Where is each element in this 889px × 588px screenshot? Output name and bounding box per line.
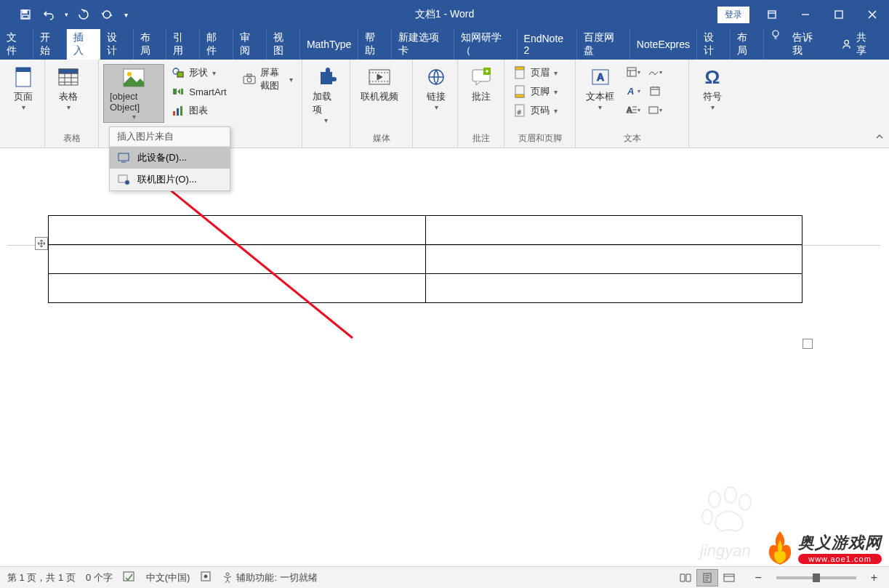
accessibility-status[interactable]: 辅助功能: 一切就绪 [222,571,317,584]
view-web-button[interactable] [718,569,740,587]
ribbon-tabs: 文件 开始 插入 设计 布局 引用 邮件 审阅 视图 MathType 帮助 新… [0,29,889,60]
tab-home[interactable]: 开始 [33,29,67,60]
svg-rect-22 [247,74,252,76]
wordart-button[interactable]: A▾ [623,83,643,99]
watermark-baidu: jingyan [700,486,758,560]
sync-button[interactable] [96,4,118,25]
textbox-button[interactable]: A 文本框▾ [580,64,620,113]
table-icon [57,65,80,89]
document-title: 文档1 - Word [415,8,474,21]
svg-text:#: # [518,109,521,116]
screenshot-button[interactable]: 屏幕截图 ▾ [238,64,297,94]
table-resize-handle[interactable] [802,339,813,349]
dropcap-button[interactable]: A▾ [623,102,643,118]
minimize-button[interactable] [789,0,822,29]
table-button[interactable]: 表格▾ [49,64,87,113]
ribbon-display-options[interactable] [755,0,789,29]
qat-customize[interactable]: ▾ [119,4,132,25]
dropdown-this-device[interactable]: 此设备(D)... [110,147,230,169]
svg-rect-17 [173,111,175,116]
tab-insert[interactable]: 插入 [67,29,100,60]
datetime-button[interactable] [645,83,665,99]
share-button[interactable]: 共享 [828,29,889,60]
close-button[interactable] [856,0,889,29]
tab-help[interactable]: 帮助 [358,29,392,60]
zoom-thumb[interactable] [813,573,820,582]
tab-mailings[interactable]: 邮件 [200,29,233,60]
shapes-icon [172,66,185,79]
collapse-ribbon-button[interactable] [874,132,885,145]
footer-button[interactable]: 页脚 ▾ [509,83,562,100]
group-text: A 文本框▾ ▾ ▾ A▾ A▾ ▾ 文本 [576,60,689,148]
table-move-handle[interactable] [35,237,48,250]
tab-file[interactable]: 文件 [0,29,33,60]
tab-layout2[interactable]: 布局 [731,29,764,60]
tab-view[interactable]: 视图 [267,29,300,60]
status-lang[interactable]: 中文(中国) [146,571,190,584]
group-page: 页面▾ [0,60,45,148]
pagenum-button[interactable]: #页码 ▾ [509,102,562,119]
table-row[interactable] [49,274,802,303]
tab-newtab[interactable]: 新建选项卡 [392,29,454,60]
word-table[interactable] [48,215,802,303]
status-page[interactable]: 第 1 页，共 1 页 [7,571,76,584]
table-row[interactable] [49,216,802,245]
comment-button[interactable]: 批注 [462,64,500,105]
svg-rect-16 [181,89,183,94]
view-read-button[interactable] [675,569,696,587]
macro-icon[interactable] [200,571,212,584]
save-button[interactable] [15,4,36,25]
tab-baidu[interactable]: 百度网盘 [577,29,630,60]
status-words[interactable]: 0 个字 [86,571,113,584]
redo-button[interactable] [73,4,94,25]
svg-rect-19 [180,106,182,116]
zoom-in-button[interactable]: + [866,571,882,584]
tab-design[interactable]: 设计 [100,29,134,60]
undo-dropdown[interactable]: ▾ [61,4,71,25]
svg-rect-39 [649,107,658,113]
tab-mathtype[interactable]: MathType [300,29,358,60]
tab-noteexpress[interactable]: NoteExpres [630,29,697,60]
addins-button[interactable]: 加载项▾ [307,64,345,126]
tab-references[interactable]: 引用 [166,29,200,60]
chart-button[interactable]: 图表 [167,102,230,119]
tab-review[interactable]: 审阅 [233,29,267,60]
quickparts-button[interactable]: ▾ [623,64,643,80]
object-button[interactable]: ▾ [645,102,665,118]
svg-rect-40 [118,153,129,161]
online-video-button[interactable]: 联机视频 [355,64,404,105]
table-row[interactable] [49,245,802,274]
svg-point-45 [725,487,736,503]
tab-endnote[interactable]: EndNote 2 [518,29,578,60]
tab-tellme[interactable]: 告诉我 [786,29,828,60]
addins-icon [315,65,338,89]
symbol-icon: Ω [701,65,724,89]
signature-button[interactable]: ▾ [645,64,665,80]
smartart-button[interactable]: SmartArt [167,83,230,100]
shapes-button[interactable]: 形状 ▾ [167,64,230,81]
login-button[interactable]: 登录 [717,7,749,23]
link-button[interactable]: 链接▾ [417,64,455,113]
person-icon [841,39,852,50]
spellcheck-icon[interactable] [123,571,136,584]
page-button[interactable]: 页面▾ [4,64,42,113]
svg-text:A: A [627,86,634,97]
accessibility-icon [222,572,233,584]
header-button[interactable]: 页眉 ▾ [509,64,562,81]
tab-layout[interactable]: 布局 [134,29,167,60]
svg-point-12 [127,72,132,76]
symbol-button[interactable]: Ω 符号▾ [693,64,731,113]
maximize-button[interactable] [822,0,856,29]
textbox-icon: A [589,65,612,89]
tab-zhiwang[interactable]: 知网研学（ [454,29,517,60]
view-print-button[interactable] [696,569,718,587]
tab-design2[interactable]: 设计 [697,29,731,60]
picture-button[interactable]: [object Object]▾ [103,64,164,123]
undo-button[interactable] [38,4,60,25]
svg-rect-15 [173,89,177,94]
dropdown-online-picture[interactable]: 联机图片(O)... [110,169,230,190]
zoom-slider[interactable] [776,576,856,579]
group-table: 表格▾ 表格 [45,60,99,148]
svg-rect-28 [515,67,524,70]
zoom-out-button[interactable]: − [750,571,765,584]
